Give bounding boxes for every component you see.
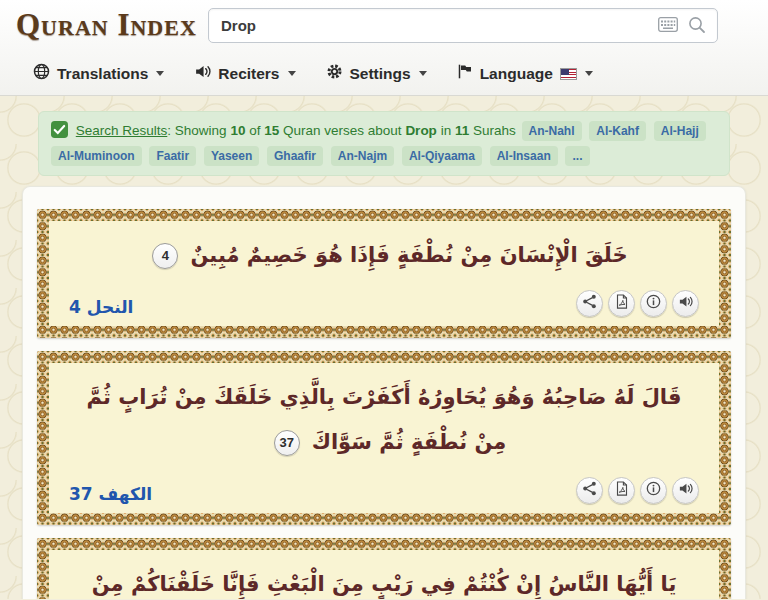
info-button[interactable] [640, 290, 667, 317]
speaker-icon [678, 481, 693, 500]
page-body: Search Results: Showing 10 of 15 Quran v… [0, 96, 768, 599]
chevron-down-icon [585, 71, 593, 76]
header: Quran Index Translations [0, 0, 768, 96]
surah-tag[interactable]: ... [565, 146, 589, 166]
verse-card-footer: الكهف 37 [69, 477, 699, 504]
nav-reciters[interactable]: Reciters [194, 63, 295, 84]
search-input[interactable] [208, 8, 718, 43]
search-results-title: Search Results [76, 123, 168, 138]
chevron-down-icon [156, 71, 164, 76]
arabic-text: خَلَقَ الْإِنْسَانَ مِنْ نُطْفَةٍ فَإِذَ… [190, 243, 627, 267]
verse-card: خَلَقَ الْإِنْسَانَ مِنْ نُطْفَةٍ فَإِذَ… [37, 209, 731, 338]
us-flag-icon [560, 68, 577, 80]
showing-word: Showing [175, 123, 227, 138]
gear-icon [326, 63, 343, 84]
in-word: in [441, 123, 452, 138]
chevron-down-icon [419, 71, 427, 76]
info-icon [646, 294, 661, 313]
surah-tag[interactable]: Al-Qiyaama [402, 146, 482, 166]
nav-settings[interactable]: Settings [326, 63, 427, 84]
pdf-icon [615, 481, 629, 500]
verse-card-inner: خَلَقَ الْإِنْسَانَ مِنْ نُطْفَةٍ فَإِذَ… [49, 221, 719, 326]
search-icon[interactable] [688, 16, 706, 38]
shown-count: 10 [230, 123, 245, 138]
surah-tag[interactable]: Al-Insaan [490, 146, 558, 166]
surah-tag[interactable]: Al-Hajj [654, 121, 706, 141]
verses-container: خَلَقَ الْإِنْسَانَ مِنْ نُطْفَةٍ فَإِذَ… [22, 186, 746, 599]
audio-button[interactable] [672, 290, 699, 317]
speaker-icon [678, 294, 693, 313]
verse-actions [576, 477, 699, 504]
search-box [208, 8, 718, 43]
surah-verse-link[interactable]: الكهف 37 [69, 484, 152, 504]
search-results-alert: Search Results: Showing 10 of 15 Quran v… [38, 111, 730, 176]
surahs-word: Surahs [473, 123, 516, 138]
nav-translations-label: Translations [57, 65, 148, 83]
query-word: Drop [405, 123, 437, 138]
verse-number-badge: 4 [152, 243, 178, 269]
surah-tag[interactable]: Al-Kahf [589, 121, 646, 141]
verse-card-footer: النحل 4 [69, 290, 699, 317]
share-icon [582, 294, 597, 313]
surah-tag[interactable]: Yaseen [204, 146, 259, 166]
share-icon [582, 481, 597, 500]
verse-card: قَالَ لَهُ صَاحِبُهُ وَهُوَ يُحَاوِرُهُ … [37, 351, 731, 525]
share-button[interactable] [576, 290, 603, 317]
colon: : [167, 123, 171, 138]
nav-language[interactable]: Language [457, 63, 593, 84]
verse-number-badge: 37 [274, 430, 300, 456]
verse-arabic-text: خَلَقَ الْإِنْسَانَ مِنْ نُطْفَةٍ فَإِذَ… [69, 233, 699, 278]
surah-tag[interactable]: An-Najm [331, 146, 394, 166]
verse-card: يَا أَيُّهَا النَّاسُ إِنْ كُنْتُمْ فِي … [37, 538, 731, 599]
audio-button[interactable] [672, 477, 699, 504]
arabic-text: يَا أَيُّهَا النَّاسُ إِنْ كُنْتُمْ فِي … [92, 572, 677, 599]
info-icon [646, 481, 661, 500]
verse-card-inner: قَالَ لَهُ صَاحِبُهُ وَهُوَ يُحَاوِرُهُ … [49, 363, 719, 513]
nav-language-label: Language [480, 65, 553, 83]
verse-card-inner: يَا أَيُّهَا النَّاسُ إِنْ كُنْتُمْ فِي … [49, 550, 719, 599]
nav-reciters-label: Reciters [218, 65, 279, 83]
middle-text: Quran verses about [283, 123, 402, 138]
total-count: 15 [264, 123, 279, 138]
nav-settings-label: Settings [350, 65, 411, 83]
chevron-down-icon [288, 71, 296, 76]
globe-icon [33, 63, 50, 84]
surah-verse-link[interactable]: النحل 4 [69, 297, 133, 317]
site-logo[interactable]: Quran Index [16, 6, 197, 44]
speaker-icon [194, 63, 211, 84]
flag-icon [457, 63, 473, 84]
surah-count: 11 [455, 123, 469, 138]
surah-tag[interactable]: Faatir [149, 146, 196, 166]
verse-actions [576, 290, 699, 317]
checkbox-checked-icon [51, 126, 72, 141]
nav-translations[interactable]: Translations [33, 63, 164, 84]
surah-tag[interactable]: Ghaafir [267, 146, 323, 166]
of-word: of [249, 123, 260, 138]
info-button[interactable] [640, 477, 667, 504]
pdf-button[interactable] [608, 477, 635, 504]
keyboard-icon[interactable] [658, 17, 678, 36]
verse-arabic-text: قَالَ لَهُ صَاحِبُهُ وَهُوَ يُحَاوِرُهُ … [69, 375, 699, 465]
surah-tag[interactable]: Al-Muminoon [51, 146, 142, 166]
verse-arabic-text: يَا أَيُّهَا النَّاسُ إِنْ كُنْتُمْ فِي … [69, 562, 699, 599]
surah-tag[interactable]: An-Nahl [522, 121, 582, 141]
main-nav: Translations Reciters Settings [33, 63, 593, 84]
pdf-button[interactable] [608, 290, 635, 317]
arabic-text: قَالَ لَهُ صَاحِبُهُ وَهُوَ يُحَاوِرُهُ … [86, 385, 681, 454]
share-button[interactable] [576, 477, 603, 504]
pdf-icon [615, 294, 629, 313]
